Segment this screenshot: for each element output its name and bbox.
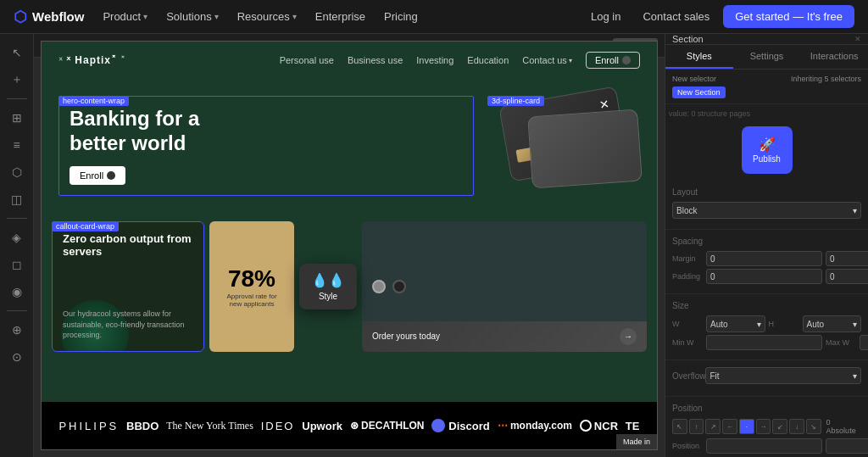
new-selector-label: New selector [672,75,787,83]
new-section-button[interactable]: New Section [672,86,726,98]
toolbar-search-icon[interactable]: ⊕ [5,318,29,342]
nav-cta-button[interactable]: Get started — It's free [723,5,854,28]
position-align-row: ↖ ↑ ↗ ← · → ↙ ↓ ↘ 0 Absolute [672,418,861,435]
nav-item-solutions[interactable]: Solutions ▾ [159,7,225,26]
site-nav-contact[interactable]: Contact us ▾ [522,55,572,65]
toolbar-cursor-icon[interactable]: ↖ [5,41,29,64]
circle-icon [107,171,115,180]
approval-rate-card: 78% Approval rate for new applicants [209,221,294,352]
overflow-dropdown[interactable]: Fit ▾ [705,367,861,384]
nav-login-button[interactable]: Log in [582,7,629,26]
max-width-input[interactable] [860,335,868,350]
site-nav-investing[interactable]: Investing [416,55,453,65]
nav-logo-text: Webflow [32,9,84,24]
toolbar-ecommerce-icon[interactable]: ◻ [5,253,29,276]
margin-label: Margin [672,254,703,263]
discord-icon [431,419,445,432]
position-x-label: Position [672,442,703,450]
display-dropdown[interactable]: Block ▾ [672,202,861,219]
toolbar-navigator-icon[interactable]: ≡ [5,133,29,157]
toolbar-components-icon[interactable]: ⬡ [5,160,29,184]
panel-breadcrumb: value: 0 structure pages [665,108,868,120]
align-center[interactable]: · [739,419,754,434]
nav-item-pricing[interactable]: Pricing [377,7,425,26]
chevron-down-icon: ▾ [853,320,857,329]
bank-card-back [527,109,643,189]
style-popup[interactable]: 💧💧 Style [299,264,357,309]
publish-rocket-icon: 🚀 [759,137,776,153]
position-section-label: Position [672,404,861,413]
align-top-left[interactable]: ↖ [672,419,687,434]
publish-button[interactable]: 🚀 Publish [742,126,793,174]
panel-close-icon[interactable]: ✕ [854,35,861,43]
toolbar-add-icon[interactable]: ＋ [5,68,29,92]
margin-top-input[interactable] [706,251,822,266]
publish-container: 🚀 Publish [665,120,868,181]
min-width-input[interactable] [706,335,822,350]
width-dropdown[interactable]: Auto ▾ [706,315,765,332]
padding-label: Padding [672,272,703,281]
zero-carbon-card: Zero carbon output from servers Our hydr… [52,221,204,352]
hero-enroll-button[interactable]: Enroll [70,166,125,185]
height-label: H [769,320,799,328]
align-bottom-left[interactable]: ↙ [772,419,787,434]
panel-header: Section ✕ [665,34,868,45]
new-section-row: New Section [672,86,861,98]
site-nav-enroll-button[interactable]: Enroll [586,52,640,69]
calout-card-wrap-label: callout-card-wrap [52,221,119,231]
align-bottom-right[interactable]: ↘ [806,419,821,434]
align-left[interactable]: ← [722,419,737,434]
order-footer: Order yours today → [362,321,647,352]
tab-interactions[interactable]: Interactions [800,45,868,69]
toolbar-pages-icon[interactable]: ⊞ [5,106,29,130]
panel-selector-row: New selector Inheriting 5 selectors [672,75,861,83]
pos-y-input[interactable] [826,438,868,454]
logo-bbdo: BBDO [126,420,159,432]
pos-x-input[interactable] [706,438,822,454]
toolbar-cms-icon[interactable]: ◈ [5,226,29,249]
chevron-down-icon: ▾ [853,371,857,381]
spacing-row-1: Margin [672,251,861,266]
site-nav-education[interactable]: Education [467,55,509,65]
nav-item-enterprise[interactable]: Enterprise [309,7,372,26]
panel-tabs: Styles Settings Interactions [665,45,868,70]
align-top-right[interactable]: ↗ [705,419,721,434]
chevron-down-icon: ▾ [292,12,297,21]
nav-item-product[interactable]: Product ▾ [96,7,154,26]
order-arrow-button[interactable]: → [620,328,637,345]
selecting-label: Inheriting 5 selectors [791,75,861,83]
padding-right-input[interactable] [826,269,868,284]
margin-right-input[interactable] [826,251,868,266]
spacing-row-2: Padding [672,269,861,284]
nav-contact-button[interactable]: Contact sales [634,7,718,26]
height-dropdown[interactable]: Auto ▾ [803,315,862,332]
logo-upwork: Upwork [302,420,342,432]
chevron-down-icon: ▾ [569,57,572,64]
chevron-down-icon: ▾ [143,12,147,21]
dot-dark [392,280,406,293]
tab-styles[interactable]: Styles [665,45,733,69]
website-preview: ˣ ˣ Haptix˟ ˟ Personal use Business use … [41,41,658,450]
toolbar-users-icon[interactable]: ◉ [5,280,29,304]
logo-te: TE [626,420,640,432]
toolbar-zoom-icon[interactable]: ⊙ [5,345,29,369]
percent-number: 78% [228,265,275,293]
tab-settings[interactable]: Settings [733,45,801,69]
calout-cards-row: Zero carbon output from servers Our hydr… [52,221,647,352]
nav-logo[interactable]: ⬡ Webflow [14,8,84,26]
site-nav-personal[interactable]: Personal use [280,55,334,65]
padding-top-input[interactable] [706,269,822,284]
panel-layout-section: Layout Block ▾ [665,181,868,230]
align-top[interactable]: ↑ [689,419,704,434]
layout-row: Block ▾ [672,202,861,219]
align-right[interactable]: → [756,419,771,434]
chevron-down-icon: ▾ [853,206,857,215]
site-nav-business[interactable]: Business use [348,55,403,65]
align-bottom[interactable]: ↓ [789,419,804,434]
panel-title: Section [672,34,704,44]
nav-item-resources[interactable]: Resources ▾ [231,7,303,26]
editor-area: ↖ ＋ ⊞ ≡ ⬡ ◫ ◈ ◻ ◉ ⊕ ⊙ ◁ Section / Hero S… [0,34,868,457]
size-row-2: Min W Max W [672,335,861,350]
toolbar-assets-icon[interactable]: ◫ [5,187,29,211]
circle-icon [622,56,631,64]
